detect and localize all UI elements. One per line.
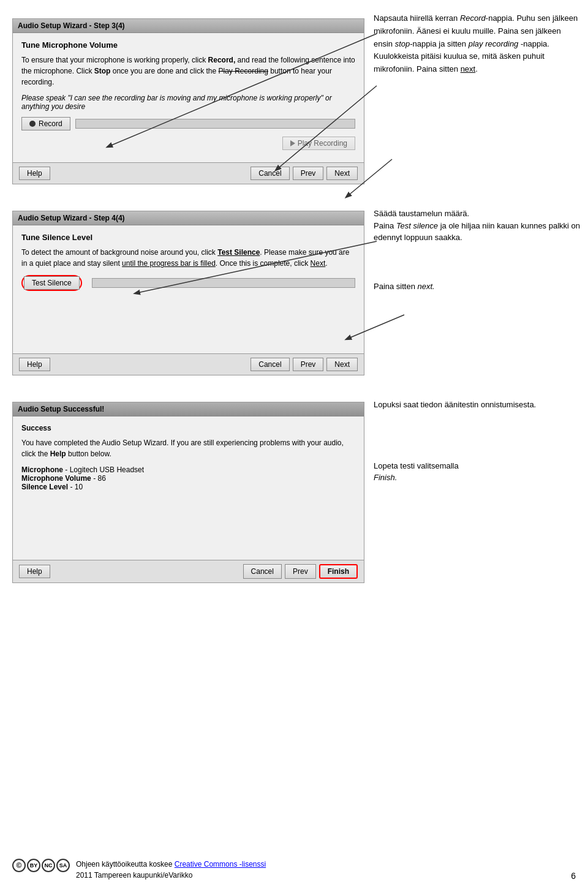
footer-line1: Ohjeen käyttöoikeutta koskee	[76, 860, 175, 869]
cc-license-badge: © BY NC SA	[12, 859, 70, 872]
step4-title: Audio Setup Wizard - Step 4(4)	[18, 214, 125, 222]
record-dot-icon	[29, 121, 36, 127]
step4-help-button[interactable]: Help	[19, 358, 50, 371]
success-prev-button[interactable]: Prev	[285, 564, 316, 579]
success-footer: Help Cancel Prev Finish	[13, 560, 364, 582]
test-silence-button[interactable]: Test Silence	[24, 276, 80, 290]
sa-icon: SA	[56, 859, 70, 872]
step4-title-bar: Audio Setup Wizard - Step 4(4)	[13, 211, 364, 225]
step3-footer: Help Cancel Prev Next	[13, 162, 364, 184]
play-icon	[290, 140, 295, 146]
success-ann-text1: Lopuksi saat tiedon äänitestin onnistumi…	[374, 399, 582, 411]
step3-title-bar: Audio Setup Wizard - Step 3(4)	[13, 19, 364, 33]
step4-panel: Audio Setup Wizard - Step 4(4) Tune Sile…	[12, 211, 364, 375]
step4-section-title: Tune Silence Level	[21, 233, 355, 242]
step3-annotation: Napsauta hiirellä kerran Record-nappia. …	[374, 12, 582, 76]
success-text: You have completed the Audio Setup Wizar…	[21, 437, 355, 459]
success-cancel-button[interactable]: Cancel	[243, 564, 282, 579]
step3-title: Audio Setup Wizard - Step 3(4)	[18, 21, 125, 30]
silence-progress-bar	[92, 278, 355, 288]
success-finish-button[interactable]: Finish	[319, 564, 358, 579]
success-title-bar: Audio Setup Successful!	[13, 402, 364, 416]
step3-controls: Record	[21, 117, 355, 130]
play-recording-button[interactable]: Play Recording	[282, 137, 355, 150]
step4-annotation: Säädä taustamelun määrä.Paina Test silen…	[374, 208, 582, 292]
nc-icon: NC	[42, 859, 55, 872]
step4-ann-text2: Paina sitten next.	[374, 281, 582, 293]
success-section-title: Success	[21, 424, 355, 432]
step3-please-speak: Please speak "I can see the recording ba…	[21, 94, 355, 111]
success-panel: Audio Setup Successful! Success You have…	[12, 402, 364, 583]
success-help-button[interactable]: Help	[19, 565, 50, 578]
page-footer: © BY NC SA Ohjeen käyttöoikeutta koskee …	[12, 859, 564, 881]
footer-text: Ohjeen käyttöoikeutta koskee Creative Co…	[76, 859, 266, 881]
cc-icon: ©	[12, 859, 26, 872]
step3-cancel-button[interactable]: Cancel	[251, 167, 289, 180]
step3-section-title: Tune Microphone Volume	[21, 40, 355, 50]
record-progress-bar	[75, 119, 355, 129]
footer-cc-link[interactable]: Creative Commons -lisenssi	[175, 860, 266, 869]
record-button[interactable]: Record	[21, 117, 70, 130]
step4-prev-button[interactable]: Prev	[293, 358, 324, 371]
success-details: Microphone - Logitech USB Headset Microp…	[21, 465, 355, 491]
success-ann-text2: Lopeta testi valitsemallaFinish.	[374, 460, 582, 484]
success-annotation: Lopuksi saat tiedon äänitestin onnistumi…	[374, 399, 582, 484]
step4-controls: Test Silence	[21, 275, 355, 291]
step4-footer: Help Cancel Prev Next	[13, 353, 364, 375]
step3-instructions: To ensure that your microphone is workin…	[21, 55, 355, 88]
page-number: 6	[571, 871, 576, 881]
step3-prev-button[interactable]: Prev	[293, 167, 324, 180]
step4-ann-text1: Säädä taustamelun määrä.Paina Test silen…	[374, 208, 582, 244]
step4-instructions: To detect the amount of background noise…	[21, 247, 355, 269]
step4-next-button[interactable]: Next	[326, 358, 358, 371]
test-silence-highlight: Test Silence	[21, 275, 82, 291]
by-icon: BY	[27, 859, 40, 872]
step3-next-button[interactable]: Next	[326, 167, 358, 180]
step3-help-button[interactable]: Help	[19, 167, 50, 180]
success-title: Audio Setup Successful!	[18, 405, 104, 413]
step4-cancel-button[interactable]: Cancel	[251, 358, 289, 371]
step3-panel: Audio Setup Wizard - Step 3(4) Tune Micr…	[12, 18, 364, 184]
footer-line2: 2011 Tampereen kaupunki/eVarikko	[76, 871, 192, 880]
